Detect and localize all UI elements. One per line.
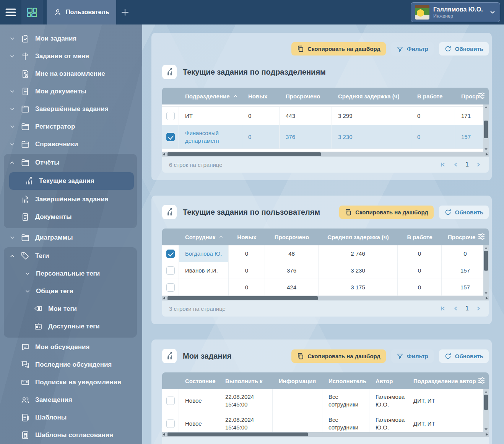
row-checkbox[interactable] [166, 420, 175, 428]
table-row[interactable]: Богданова Ю. 0 48 2 746 0 0 [162, 245, 489, 262]
column-header-employee[interactable]: Сотрудник [179, 234, 229, 240]
sidebar-item-my-tasks[interactable]: Мои задания [0, 30, 138, 47]
sidebar-item-directories[interactable]: Справочники [0, 135, 138, 153]
sidebar-item-for-review[interactable]: Мне на ознакомление [0, 65, 138, 83]
scroll-down-arrow[interactable] [484, 292, 488, 294]
dashboard-button[interactable] [21, 0, 43, 24]
sidebar-item-personal-tags[interactable]: Персональные теги [0, 265, 137, 282]
sidebar-item-my-discussions[interactable]: Мои обсуждения [0, 338, 138, 356]
scroll-down-arrow[interactable] [484, 428, 488, 431]
column-header-author-department[interactable]: Подразделение автор [407, 378, 489, 384]
table-row-selected[interactable]: Финансовый департамент 0 376 3 230 0 157 [162, 125, 489, 149]
add-tab-button[interactable] [116, 0, 134, 24]
hamburger-menu-button[interactable] [0, 0, 21, 24]
horizontal-scrollbar[interactable] [162, 432, 489, 437]
vertical-scrollbar[interactable] [483, 104, 489, 152]
cell-employee-link[interactable]: Богданова Ю. [179, 245, 229, 262]
table-row[interactable]: 0 424 3 175 0 157 [162, 279, 489, 296]
refresh-button[interactable]: Обновить [439, 349, 489, 363]
copy-to-dashboard-button[interactable]: Скопировать на дашборд [291, 42, 386, 56]
sidebar-item-tags[interactable]: Теги [0, 247, 137, 265]
prev-page-icon[interactable] [452, 305, 459, 312]
sidebar-item-reports-documents[interactable]: Документы [0, 208, 137, 226]
filter-button[interactable]: Фильтр [391, 349, 434, 363]
copy-to-dashboard-button[interactable]: Скопировать на дашборд [291, 349, 386, 363]
column-header-avg-delay[interactable]: Средняя задержка (ч) [319, 234, 398, 240]
tab-user[interactable]: Пользователь [47, 0, 116, 24]
row-checkbox-checked[interactable] [166, 133, 175, 141]
column-header-info[interactable]: Информация [273, 378, 322, 384]
next-page-icon[interactable] [475, 305, 482, 312]
scroll-right-arrow[interactable] [486, 153, 488, 156]
horizontal-scrollbar[interactable] [162, 152, 489, 157]
scrollbar-thumb[interactable] [167, 152, 321, 156]
cell-department-link[interactable]: Финансовый департамент [179, 125, 242, 149]
refresh-button[interactable]: Обновить [439, 42, 489, 56]
sidebar-item-approval-templates[interactable]: Шаблоны согласования [0, 426, 138, 444]
refresh-button[interactable]: Обновить [439, 206, 489, 219]
sidebar-item-my-documents[interactable]: Мои документы [0, 83, 138, 100]
sidebar-item-registrar[interactable]: Регистратор [0, 118, 138, 135]
copy-to-dashboard-button[interactable]: Скопировать на дашборд [339, 206, 434, 219]
first-page-icon[interactable] [439, 305, 446, 312]
column-header-state[interactable]: Состояние [179, 378, 219, 384]
next-page-icon[interactable] [475, 161, 482, 168]
sidebar-item-reports-completed-tasks[interactable]: Завершённые задания [0, 191, 137, 208]
sidebar-item-tasks-from-me[interactable]: Задания от меня [0, 47, 138, 65]
column-settings-icon[interactable] [477, 232, 486, 241]
page-number[interactable]: 1 [465, 305, 469, 312]
sidebar-item-recent-discussions[interactable]: Последние обсуждения [0, 356, 138, 374]
scroll-up-arrow[interactable] [484, 391, 488, 393]
user-profile-button[interactable]: Галлямова Ю.О. Инженер [411, 2, 500, 22]
column-settings-icon[interactable] [477, 91, 486, 100]
table-row[interactable]: Новое 22.08.2024 15:45:00 Все сотрудники… [162, 389, 489, 412]
sidebar-item-available-tags[interactable]: Доступные теги [0, 318, 137, 335]
page-number[interactable]: 1 [465, 161, 469, 168]
sidebar-item-substitutions[interactable]: Замещения [0, 391, 138, 409]
vertical-scrollbar[interactable] [483, 389, 489, 432]
row-checkbox[interactable] [166, 397, 175, 405]
column-header-avg-delay[interactable]: Средняя задержка (ч) [332, 93, 411, 100]
column-header-author[interactable]: Автор [369, 378, 407, 384]
vertical-scrollbar[interactable] [483, 245, 489, 296]
sidebar-item-reports-current-tasks[interactable]: Текущие задания [9, 172, 134, 190]
column-header-in-progress[interactable]: В работе [411, 93, 455, 100]
sidebar-item-reports[interactable]: Отчёты [0, 154, 137, 171]
scrollbar-thumb[interactable] [484, 395, 488, 410]
scrollbar-thumb[interactable] [484, 251, 488, 271]
column-header-due[interactable]: Выполнить к [219, 378, 273, 384]
horizontal-scrollbar[interactable] [162, 296, 489, 300]
scroll-up-arrow[interactable] [484, 106, 488, 108]
column-header-overdue[interactable]: Просрочено [280, 93, 332, 100]
sidebar-item-diagrams[interactable]: Диаграммы [0, 229, 138, 246]
scroll-up-arrow[interactable] [484, 247, 488, 249]
scrollbar-thumb[interactable] [484, 121, 488, 138]
first-page-icon[interactable] [439, 161, 446, 168]
column-header-assignee[interactable]: Исполнитель [322, 378, 369, 384]
sidebar-item-completed-tasks[interactable]: Завершённые задания [0, 100, 138, 118]
column-settings-icon[interactable] [477, 376, 486, 385]
sidebar-item-common-tags[interactable]: Общие теги [0, 282, 137, 300]
row-checkbox[interactable] [166, 283, 175, 292]
scroll-down-arrow[interactable] [484, 148, 488, 150]
scroll-left-arrow[interactable] [163, 433, 165, 436]
scroll-left-arrow[interactable] [163, 153, 165, 156]
row-checkbox-checked[interactable] [166, 250, 175, 258]
scrollbar-thumb[interactable] [167, 433, 308, 436]
row-checkbox[interactable] [166, 112, 175, 120]
table-row[interactable]: Новое 22.08.2024 15:45:00 Все сотрудники… [162, 412, 489, 432]
column-header-in-progress[interactable]: В работе [398, 234, 442, 240]
filter-button[interactable]: Фильтр [391, 42, 434, 56]
table-row[interactable]: ИТ 0 443 3 299 0 171 [162, 107, 489, 125]
sidebar-item-notification-subscriptions[interactable]: Подписки на уведомления [0, 374, 138, 391]
column-header-overdue[interactable]: Просрочено [265, 234, 319, 240]
column-header-new[interactable]: Новых [242, 93, 280, 100]
scroll-right-arrow[interactable] [486, 433, 488, 436]
column-header-new[interactable]: Новых [229, 234, 265, 240]
scroll-right-arrow[interactable] [486, 297, 488, 300]
column-header-department[interactable]: Подразделение [179, 93, 242, 100]
sidebar-item-my-tags[interactable]: Мои теги [0, 300, 137, 318]
scroll-left-arrow[interactable] [163, 297, 165, 300]
scrollbar-thumb[interactable] [167, 296, 318, 300]
sidebar-item-templates[interactable]: Шаблоны [0, 409, 138, 426]
